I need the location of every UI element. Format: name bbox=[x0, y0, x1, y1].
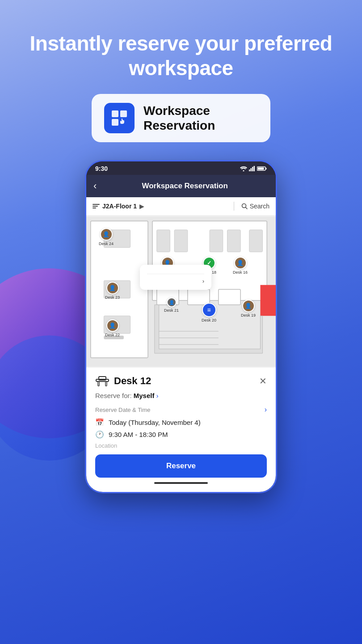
location-label: Location bbox=[95, 442, 267, 449]
desk-23-avatar: 👤 bbox=[106, 282, 119, 294]
map-area[interactable]: 👤 Desk 24 👤 Desk 11 ✓ Desk 18 👤 Desk 16 … bbox=[86, 216, 276, 368]
app-icon bbox=[104, 103, 135, 133]
search-icon bbox=[241, 203, 248, 209]
back-button[interactable]: ‹ bbox=[93, 180, 97, 192]
svg-rect-18 bbox=[227, 230, 241, 252]
svg-rect-34 bbox=[105, 381, 107, 386]
status-bar: 9:30 bbox=[86, 161, 276, 175]
svg-rect-6 bbox=[252, 167, 253, 171]
svg-line-12 bbox=[245, 208, 247, 209]
desk-20-avatar: ≡ bbox=[202, 303, 216, 317]
sheet-desk-name: Desk 12 bbox=[114, 375, 151, 387]
desk-21-label: Desk 21 bbox=[164, 308, 179, 313]
divider bbox=[234, 202, 234, 211]
date-value: Today (Thursday, November 4) bbox=[109, 419, 201, 426]
hero-title: Instantly reserve your preferred workspa… bbox=[0, 0, 362, 94]
desk-19-label: Desk 19 bbox=[241, 313, 256, 318]
desk-16-avatar: 👤 bbox=[234, 257, 247, 269]
app-card: Workspace Reservation bbox=[92, 94, 270, 142]
svg-rect-19 bbox=[249, 230, 263, 252]
desk-21-marker[interactable]: 👤 Desk 21 bbox=[164, 297, 179, 313]
svg-rect-7 bbox=[254, 166, 255, 171]
phone-mockup: 9:30 bbox=[0, 160, 362, 493]
sheet-title-row: Desk 12 bbox=[95, 375, 151, 387]
desk-16-marker[interactable]: 👤 Desk 16 bbox=[233, 257, 248, 275]
floor-bar: J2A-Floor 1 ▶ Search bbox=[86, 197, 276, 216]
desk-24-label: Desk 24 bbox=[99, 242, 114, 246]
svg-rect-2 bbox=[112, 119, 118, 126]
svg-rect-27 bbox=[219, 289, 240, 305]
date-row: 📅 Today (Thursday, November 4) bbox=[95, 418, 267, 427]
svg-rect-28 bbox=[260, 285, 276, 316]
svg-point-3 bbox=[243, 170, 244, 172]
desk-24-marker[interactable]: 👤 Desk 24 bbox=[99, 228, 114, 246]
reserve-for[interactable]: Reserve for: Myself › bbox=[95, 392, 267, 399]
desk-20-marker[interactable]: ≡ Desk 20 bbox=[202, 303, 216, 322]
svg-rect-17 bbox=[210, 230, 223, 252]
popup-directions[interactable]: › bbox=[147, 274, 204, 284]
svg-rect-5 bbox=[251, 168, 252, 171]
desk-24-avatar: 👤 bbox=[100, 228, 113, 241]
svg-rect-33 bbox=[98, 381, 99, 386]
svg-rect-1 bbox=[120, 110, 127, 117]
svg-rect-9 bbox=[258, 168, 264, 170]
desk-20-label: Desk 20 bbox=[202, 318, 216, 322]
status-icons bbox=[240, 166, 267, 171]
time-value: 9:30 AM - 18:30 PM bbox=[109, 431, 168, 438]
floor-name: J2A-Floor 1 bbox=[102, 203, 137, 210]
sheet-header: Desk 12 ✕ bbox=[95, 375, 267, 387]
time-row: 🕐 9:30 AM - 18:30 PM bbox=[95, 430, 267, 439]
status-time: 9:30 bbox=[95, 165, 108, 172]
svg-rect-4 bbox=[249, 169, 250, 171]
search-label: Search bbox=[250, 203, 269, 210]
desk-icon bbox=[95, 375, 109, 387]
calendar-icon: 📅 bbox=[95, 418, 104, 427]
close-button[interactable]: ✕ bbox=[259, 376, 267, 386]
app-name: Workspace Reservation bbox=[143, 103, 215, 133]
wifi-icon bbox=[240, 166, 247, 171]
svg-rect-0 bbox=[112, 110, 118, 117]
app-bar-title: Workspace Reservation bbox=[101, 182, 269, 191]
directions-arrow-icon: › bbox=[202, 278, 204, 284]
reserve-button[interactable]: Reserve bbox=[95, 454, 267, 478]
svg-rect-10 bbox=[266, 168, 267, 169]
reserve-for-arrow-icon: › bbox=[156, 392, 158, 399]
date-section-arrow-icon: › bbox=[265, 406, 267, 414]
desk-16-label: Desk 16 bbox=[233, 270, 248, 275]
desk-23-label: Desk 23 bbox=[105, 295, 120, 300]
desk-22-avatar: 👤 bbox=[106, 319, 119, 332]
reserve-for-value: Myself bbox=[134, 392, 155, 399]
desk-23-marker[interactable]: 👤 Desk 23 bbox=[105, 282, 120, 300]
date-section-label[interactable]: Reserve Date & Time › bbox=[95, 406, 267, 414]
layers-icon bbox=[93, 204, 100, 208]
clock-icon: 🕐 bbox=[95, 430, 104, 439]
signal-icon bbox=[249, 166, 255, 171]
app-bar: ‹ Workspace Reservation bbox=[86, 175, 276, 197]
svg-rect-16 bbox=[174, 230, 188, 252]
floor-selector[interactable]: J2A-Floor 1 ▶ bbox=[93, 203, 227, 210]
desk-19-marker[interactable]: 👤 Desk 19 bbox=[241, 300, 256, 318]
battery-icon bbox=[257, 166, 267, 171]
desk-19-avatar: 👤 bbox=[242, 300, 255, 312]
home-indicator bbox=[154, 482, 208, 484]
phone: 9:30 bbox=[85, 160, 277, 493]
reserve-for-label: Reserve for: bbox=[95, 392, 132, 399]
bottom-sheet: Desk 12 ✕ Reserve for: Myself › Reserve … bbox=[86, 368, 276, 492]
desk-22-marker[interactable]: 👤 Desk 22 bbox=[105, 319, 120, 337]
svg-rect-15 bbox=[157, 230, 170, 252]
desk-22-label: Desk 22 bbox=[105, 333, 120, 337]
desk-21-avatar: 👤 bbox=[167, 297, 177, 307]
search-button[interactable]: Search bbox=[241, 203, 269, 210]
floor-arrow-icon: ▶ bbox=[139, 203, 144, 210]
desk-popup: › bbox=[140, 265, 211, 290]
